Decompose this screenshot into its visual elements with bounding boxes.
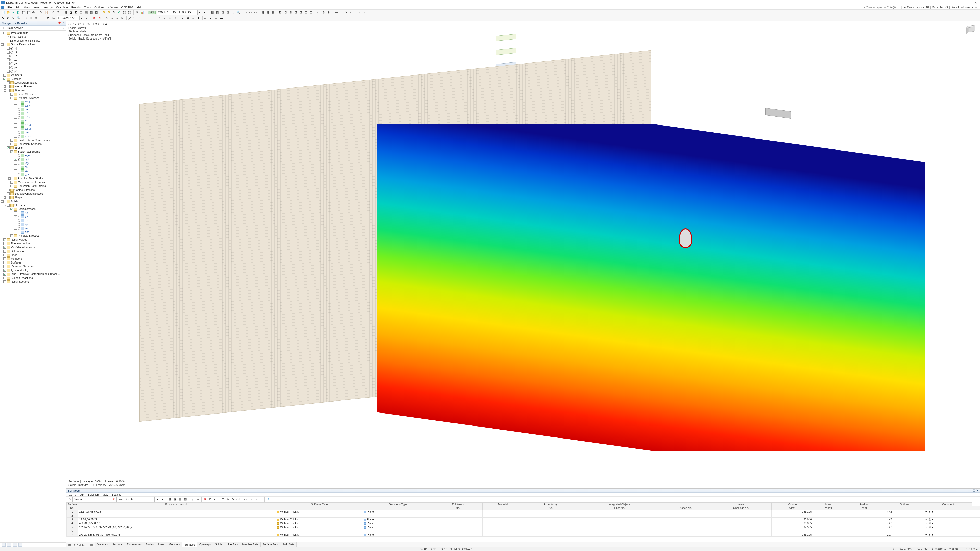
open-button[interactable]: 📂 [6, 10, 11, 15]
dp-ab[interactable]: abc [213, 497, 218, 502]
line-2[interactable]: ⁄ [133, 16, 138, 21]
tree-item[interactable]: +Internal Forces [0, 85, 66, 89]
col-header[interactable]: Options [885, 503, 924, 507]
navtab-results[interactable] [18, 543, 22, 547]
tree-radio[interactable] [18, 154, 20, 157]
calc-all-button[interactable]: ⚙ [107, 10, 112, 15]
tree-checkbox[interactable] [11, 185, 13, 187]
tree-toggle[interactable]: + [8, 181, 10, 183]
tree-item[interactable]: |u| [0, 46, 66, 50]
polyline[interactable]: 〰 [143, 16, 148, 21]
dp-menu-view[interactable]: View [101, 493, 110, 496]
tree-checkbox[interactable] [14, 230, 17, 233]
tree-toggle[interactable]: + [4, 192, 6, 195]
tree-item[interactable]: Deformation [0, 249, 66, 253]
surf-4[interactable]: ▬ [219, 16, 224, 21]
menu-calculate[interactable]: Calculate [54, 6, 70, 9]
tab-sections[interactable]: Sections [110, 542, 125, 547]
view-x-button[interactable]: ◰ [216, 10, 220, 15]
section-2[interactable]: ▦ [266, 10, 271, 15]
tree-item[interactable]: αm [0, 130, 66, 135]
menu-help[interactable]: Help [135, 6, 145, 9]
tree-radio[interactable] [7, 36, 10, 38]
tree-checkbox[interactable] [7, 51, 10, 54]
tree-checkbox[interactable] [3, 74, 6, 76]
tree-checkbox[interactable] [11, 181, 13, 184]
tree-checkbox[interactable] [3, 261, 6, 264]
tree-toggle[interactable]: - [4, 89, 6, 92]
tab-surface-sets[interactable]: Surface Sets [261, 542, 280, 547]
tree-toggle[interactable]: - [0, 78, 3, 80]
tree-radio[interactable] [18, 227, 20, 230]
tree-radio[interactable] [18, 231, 20, 233]
tree-checkbox[interactable] [11, 143, 13, 145]
tree-item[interactable]: Ribs - Effective Contribution on Surface… [0, 272, 66, 276]
flag-button[interactable]: ⚑ [46, 16, 51, 21]
col-header[interactable]: Area [710, 503, 772, 507]
tree-radio[interactable] [18, 173, 20, 176]
dp-next[interactable]: ▸ [160, 497, 165, 502]
grid-2[interactable]: ⊟ [284, 10, 288, 15]
tree-item[interactable]: +Equivalent Total Strains [0, 184, 66, 188]
tree-checkbox[interactable] [7, 55, 10, 57]
app-menu-icon[interactable] [1, 6, 4, 9]
navigator-tree[interactable]: -Type of resultsFinal ResultsDifferences… [0, 30, 66, 542]
support-1[interactable]: △ [105, 16, 110, 21]
toggle-a[interactable]: ▥ [89, 10, 94, 15]
tree-toggle[interactable]: - [8, 151, 10, 153]
close-button[interactable]: ✕ [974, 1, 977, 4]
snap-osnap[interactable]: OSNAP [462, 548, 472, 551]
tree-item[interactable]: +Members [0, 73, 66, 77]
wireframe-button[interactable]: ▦ [64, 10, 68, 15]
tree-checkbox[interactable] [14, 215, 17, 218]
tree-item[interactable]: Result Values [0, 238, 66, 241]
tree-item[interactable]: σ2,m [0, 127, 66, 130]
tree-checkbox[interactable] [14, 227, 17, 230]
tree-checkbox[interactable] [14, 169, 17, 172]
tree-checkbox[interactable] [14, 124, 17, 126]
tree-item[interactable]: -Surfaces [0, 77, 66, 81]
snap-1[interactable]: ⌖ [317, 10, 321, 15]
zoom-window-button[interactable]: 🔍 [236, 10, 241, 15]
arc-3[interactable]: ◠ [159, 16, 163, 21]
loadcase-combo[interactable]: CO2 LC1 + LC2 + LC3 + LC4 [157, 10, 197, 15]
tree-checkbox[interactable] [11, 234, 13, 237]
tree-item[interactable]: -Basic Total Strains [0, 150, 66, 154]
save-all-button[interactable]: 💾 [27, 10, 31, 15]
arc-1[interactable]: ⌒ [148, 16, 153, 21]
tree-checkbox[interactable] [3, 78, 6, 80]
search-input[interactable] [866, 6, 899, 9]
tree-toggle[interactable]: + [4, 86, 6, 88]
tree-checkbox[interactable] [14, 131, 17, 134]
navtab-display[interactable] [7, 543, 11, 547]
tree-radio[interactable] [18, 212, 20, 214]
tree-item[interactable]: εy,- [0, 169, 66, 173]
dp-menu-selection[interactable]: Selection [86, 493, 100, 496]
tree-item[interactable]: σ1,+ [0, 100, 66, 104]
tree-checkbox[interactable] [14, 135, 17, 138]
tree-item[interactable]: +Isotropic Characteristics [0, 192, 66, 196]
print-button[interactable]: 🖶 [32, 10, 36, 15]
support-3[interactable]: △ [115, 16, 120, 21]
tab-openings[interactable]: Openings [197, 542, 213, 547]
col-header[interactable]: Comment [924, 503, 972, 507]
tree-item[interactable]: uZ [0, 58, 66, 62]
tab-members[interactable]: Members [167, 542, 183, 547]
table-row[interactable]: 6 [67, 529, 980, 533]
tree-item[interactable]: +Type of display [0, 268, 66, 272]
tree-item[interactable]: Differences to initial state [0, 39, 66, 43]
tree-checkbox[interactable] [7, 70, 10, 73]
trans-button[interactable]: ◫ [80, 10, 84, 15]
prev-result-button[interactable]: ⬚ [123, 10, 127, 15]
tree-checkbox[interactable] [7, 66, 10, 69]
tree-checkbox[interactable] [3, 200, 6, 203]
dp-menu-edit[interactable]: Edit [78, 493, 86, 496]
tree-radio[interactable] [11, 55, 13, 57]
draw-1[interactable]: ⬚ [24, 16, 28, 21]
tree-item[interactable]: +Principal Total Strains [0, 176, 66, 180]
draw-2[interactable]: ◫ [29, 16, 33, 21]
dp-t6[interactable]: ↔ [196, 497, 200, 502]
snap-2[interactable]: ⊙ [322, 10, 326, 15]
dp-t1[interactable]: ▦ [168, 497, 172, 502]
menu-insert[interactable]: Insert [32, 6, 42, 9]
